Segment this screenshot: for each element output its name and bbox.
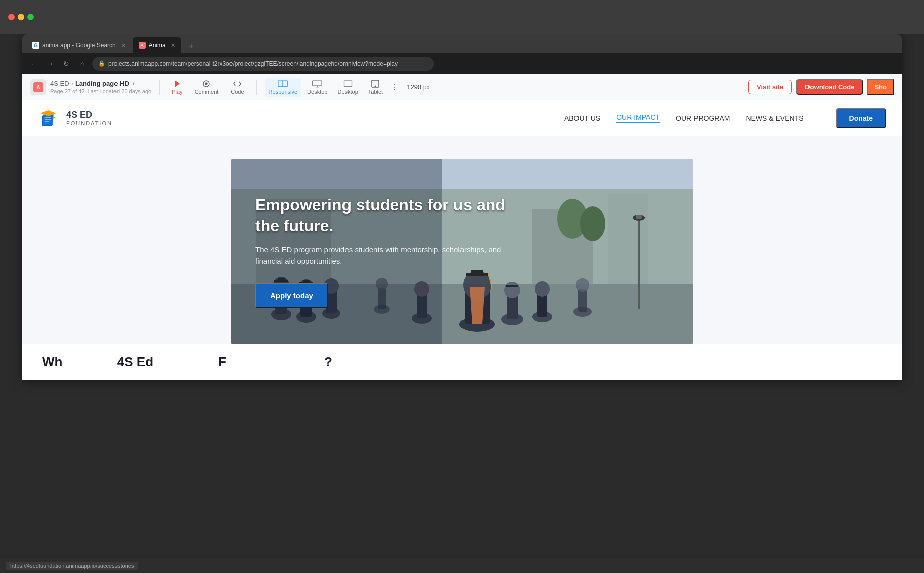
minimize-window-button[interactable] bbox=[18, 14, 24, 20]
desktop-button-2[interactable]: Desktop bbox=[333, 78, 362, 97]
responsive-button[interactable]: Responsive bbox=[265, 78, 301, 97]
site-logo-icon bbox=[38, 106, 62, 130]
play-icon bbox=[173, 80, 181, 88]
responsive-label: Responsive bbox=[269, 89, 297, 95]
lock-icon: 🔒 bbox=[98, 60, 105, 67]
code-icon bbox=[233, 80, 241, 88]
share-button[interactable]: Sho bbox=[867, 79, 894, 95]
donate-button[interactable]: Donate bbox=[836, 108, 886, 128]
breadcrumb-separator: › bbox=[71, 80, 73, 87]
site-logo-text: 4S ED FOUNDATION bbox=[66, 110, 112, 126]
logo-name: 4S ED bbox=[66, 110, 112, 120]
svg-rect-10 bbox=[344, 81, 352, 87]
tab-google-close[interactable]: ✕ bbox=[121, 42, 126, 49]
svg-text:A: A bbox=[36, 85, 40, 90]
hero-description: The 4S ED program provides students with… bbox=[255, 245, 516, 267]
maximize-window-button[interactable] bbox=[27, 14, 34, 20]
svg-point-28 bbox=[580, 206, 605, 241]
logo-subtitle: FOUNDATION bbox=[66, 120, 112, 126]
svg-rect-67 bbox=[636, 215, 642, 219]
reload-button[interactable]: ↻ bbox=[60, 58, 72, 70]
code-label: Code bbox=[230, 89, 244, 95]
breadcrumb-current: Landing page HD bbox=[75, 80, 129, 87]
address-bar[interactable]: 🔒 projects.animaapp.com/team/personal-t2… bbox=[92, 57, 434, 71]
breadcrumb: 4S ED › Landing page HD ▾ bbox=[50, 80, 151, 87]
browser-window: G anima app - Google Search ✕ A Anima ✕ … bbox=[22, 34, 902, 380]
forward-button[interactable]: → bbox=[44, 58, 56, 70]
anima-favicon: A bbox=[139, 42, 146, 49]
code-button[interactable]: Code bbox=[226, 78, 248, 97]
new-tab-icon: + bbox=[189, 41, 194, 52]
comment-icon bbox=[202, 80, 210, 88]
desktop-button-1[interactable]: Desktop bbox=[303, 78, 331, 97]
anima-toolbar: A 4S ED › Landing page HD ▾ Page 27 of 4… bbox=[22, 74, 902, 100]
desktop-icon-2 bbox=[343, 80, 353, 88]
breadcrumb-chevron-icon[interactable]: ▾ bbox=[132, 81, 135, 86]
svg-rect-7 bbox=[313, 81, 322, 86]
status-bar: https://4sedfoundation.animaapp.io/succe… bbox=[0, 559, 924, 573]
hero-content: Empowering students for us and the futur… bbox=[255, 195, 516, 308]
svg-rect-26 bbox=[608, 194, 648, 294]
hero-section: Empowering students for us and the futur… bbox=[231, 159, 693, 344]
site-content: 4S ED FOUNDATION ABOUT US OUR IMPACT OUR… bbox=[22, 100, 902, 380]
play-button[interactable]: Play bbox=[168, 78, 186, 97]
comment-label: Comment bbox=[195, 89, 219, 95]
bottom-teaser-section: Wh 4S Ed F ? bbox=[22, 344, 902, 380]
desktop-label-2: Desktop bbox=[337, 89, 358, 95]
anima-logo: A bbox=[30, 79, 46, 95]
close-window-button[interactable] bbox=[8, 14, 15, 20]
svg-rect-63 bbox=[578, 289, 587, 312]
svg-point-4 bbox=[205, 83, 207, 85]
svg-rect-54 bbox=[537, 293, 547, 317]
hero-wrapper: Empowering students for us and the futur… bbox=[22, 136, 902, 344]
view-options: Responsive Desktop Desktop Tablet bbox=[265, 78, 387, 97]
site-logo: 4S ED FOUNDATION bbox=[38, 106, 112, 130]
nav-our-impact[interactable]: OUR IMPACT bbox=[616, 113, 660, 123]
px-display: 1290 px bbox=[407, 83, 429, 91]
hero-title: Empowering students for us and the futur… bbox=[255, 195, 516, 236]
comment-button[interactable]: Comment bbox=[191, 78, 223, 97]
more-options-button[interactable]: ⋮ bbox=[391, 82, 399, 92]
breadcrumb-root: 4S ED bbox=[50, 80, 69, 87]
address-row: ← → ↻ ⌂ 🔒 projects.animaapp.com/team/per… bbox=[22, 53, 902, 74]
url-text: projects.animaapp.com/team/personal-t2rx… bbox=[108, 60, 428, 67]
back-button[interactable]: ← bbox=[28, 58, 40, 70]
mac-window-chrome bbox=[0, 0, 924, 34]
bottom-teaser-text: Wh 4S Ed F ? bbox=[42, 354, 882, 370]
px-unit: px bbox=[423, 84, 430, 91]
svg-marker-2 bbox=[175, 80, 180, 87]
toolbar-divider-2 bbox=[256, 80, 257, 95]
tablet-button[interactable]: Tablet bbox=[364, 78, 387, 97]
tablet-icon bbox=[370, 80, 380, 88]
play-label: Play bbox=[172, 89, 182, 95]
svg-point-64 bbox=[576, 278, 589, 292]
tablet-label: Tablet bbox=[368, 89, 383, 95]
responsive-icon bbox=[278, 80, 288, 88]
nav-news-events[interactable]: NEWS & EVENTS bbox=[746, 114, 803, 122]
tab-google[interactable]: G anima app - Google Search ✕ bbox=[26, 37, 132, 53]
svg-rect-20 bbox=[53, 113, 54, 117]
tab-bar: G anima app - Google Search ✕ A Anima ✕ … bbox=[22, 34, 902, 53]
anima-logo-icon: A bbox=[33, 82, 43, 92]
google-favicon: G bbox=[32, 42, 39, 49]
svg-point-12 bbox=[375, 86, 376, 87]
tab-anima-close[interactable]: ✕ bbox=[171, 42, 175, 49]
svg-point-55 bbox=[535, 281, 550, 297]
home-button[interactable]: ⌂ bbox=[76, 58, 88, 70]
tab-anima-title: Anima bbox=[149, 42, 166, 49]
download-code-button[interactable]: Download Code bbox=[796, 79, 863, 95]
svg-rect-65 bbox=[638, 219, 640, 309]
apply-today-button[interactable]: Apply today bbox=[255, 283, 328, 308]
px-value: 1290 bbox=[407, 83, 421, 91]
desktop-label-1: Desktop bbox=[307, 89, 327, 95]
new-tab-button[interactable]: + bbox=[184, 39, 198, 53]
visit-site-button[interactable]: Visit site bbox=[748, 80, 792, 94]
tab-anima[interactable]: A Anima ✕ bbox=[133, 37, 181, 53]
toolbar-divider-1 bbox=[159, 80, 160, 95]
svg-point-21 bbox=[53, 117, 55, 119]
site-nav: 4S ED FOUNDATION ABOUT US OUR IMPACT OUR… bbox=[22, 100, 902, 136]
site-nav-links: ABOUT US OUR IMPACT OUR PROGRAM NEWS & E… bbox=[564, 108, 886, 128]
nav-our-program[interactable]: OUR PROGRAM bbox=[676, 114, 730, 122]
tab-google-title: anima app - Google Search bbox=[42, 42, 116, 49]
nav-about-us[interactable]: ABOUT US bbox=[564, 114, 600, 122]
